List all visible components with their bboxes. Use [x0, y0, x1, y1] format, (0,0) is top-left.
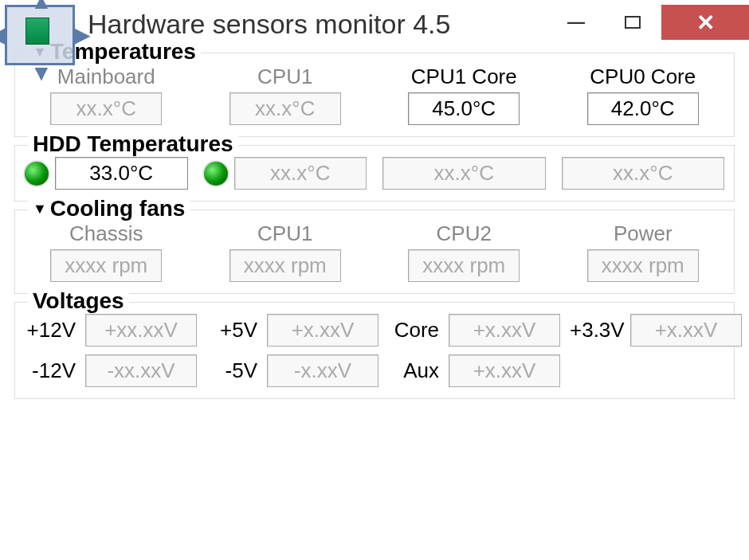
voltage-value: +xx.xxV	[85, 314, 197, 347]
temp-value: xx.x°C	[229, 92, 341, 125]
voltage-value: -xx.xxV	[85, 354, 197, 387]
client-area: ▼ Temperatures Mainboardxx.x°CCPU1xx.x°C…	[0, 48, 749, 417]
hdd-temp-value: xx.x°C	[562, 157, 725, 190]
led-icon	[204, 162, 228, 186]
temp-label: CPU1	[257, 65, 312, 89]
voltage-label: +3.3V	[570, 318, 621, 343]
voltage-label: +12V	[25, 318, 76, 343]
fans-title-label: Cooling fans	[50, 196, 186, 221]
temp-label: CPU0 Core	[590, 65, 696, 89]
voltage-value: +x.xxV	[630, 314, 742, 347]
hdd-temp-value: xx.x°C	[234, 157, 367, 190]
hdd-title: HDD Temperatures	[28, 133, 238, 155]
led-icon	[25, 162, 49, 186]
fan-label: CPU1	[257, 221, 312, 246]
temperatures-group: ▼ Temperatures Mainboardxx.x°CCPU1xx.x°C…	[14, 53, 735, 137]
fan-value: xxxx rpm	[587, 249, 699, 282]
close-button[interactable]: ✕	[661, 5, 749, 40]
hdd-temperatures-group: HDD Temperatures 33.0°Cxx.x°Cxx.x°Cxx.x°…	[14, 145, 735, 202]
voltage-value: +x.xxV	[449, 354, 560, 387]
voltage-value: +x.xxV	[449, 314, 560, 347]
fan-value: xxxx rpm	[229, 249, 341, 282]
arrow-down-icon: ▼	[30, 62, 53, 84]
fan-label: CPU2	[437, 221, 492, 246]
hdd-temp-value: xx.x°C	[382, 157, 546, 190]
voltage-label: +5V	[206, 318, 257, 343]
voltages-title-label: Voltages	[33, 288, 124, 314]
voltage-value: +x.xxV	[267, 314, 378, 347]
voltage-label: Core	[388, 318, 439, 343]
cooling-fans-group: ▼ Cooling fans Chassisxxxx rpmCPU1xxxx r…	[14, 210, 735, 294]
fan-value: xxxx rpm	[408, 249, 520, 282]
window-title: Hardware sensors monitor 4.5	[88, 9, 547, 40]
fans-title[interactable]: ▼ Cooling fans	[28, 198, 190, 220]
voltage-label: -5V	[206, 358, 257, 383]
temp-label: CPU1 Core	[411, 65, 517, 89]
fan-label: Power	[614, 221, 673, 246]
fan-value: xxxx rpm	[50, 249, 162, 282]
chevron-down-icon: ▼	[33, 201, 47, 217]
voltages-group: Voltages +12V+xx.xxV+5V+x.xxVCore+x.xxV+…	[14, 302, 735, 399]
temp-value: 42.0°C	[587, 92, 699, 125]
voltage-value: -x.xxV	[267, 354, 378, 387]
svg-rect-0	[625, 17, 640, 28]
maximize-button[interactable]	[604, 5, 661, 40]
voltage-label: -12V	[25, 358, 76, 383]
arrow-right-icon: ▶	[73, 24, 91, 46]
voltages-title: Voltages	[28, 290, 129, 312]
temp-value: 45.0°C	[408, 92, 520, 125]
app-icon	[25, 18, 49, 45]
fan-label: Chassis	[69, 221, 143, 246]
hdd-title-label: HDD Temperatures	[33, 131, 233, 157]
arrow-up-icon: ▲	[30, 0, 53, 13]
hdd-temp-value: 33.0°C	[55, 157, 188, 190]
minimize-button[interactable]: —	[547, 5, 604, 40]
maximize-icon	[625, 16, 641, 29]
move-window-widget[interactable]: ▲ ▼ ◀ ▶	[0, 0, 80, 72]
temp-value: xx.x°C	[50, 92, 162, 125]
arrow-left-icon: ◀	[0, 24, 6, 46]
voltage-label: Aux	[388, 358, 439, 383]
